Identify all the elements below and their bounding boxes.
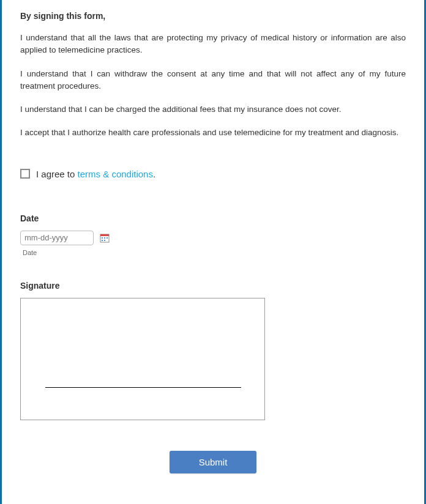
date-label: Date — [20, 213, 406, 223]
agree-checkbox[interactable] — [20, 169, 30, 179]
consent-paragraph: I understand that I can withdraw the con… — [20, 68, 406, 93]
agree-text: I agree to terms & conditions. — [36, 169, 155, 179]
svg-rect-1 — [100, 234, 109, 236]
date-row — [20, 231, 406, 245]
terms-link[interactable]: terms & conditions — [78, 169, 153, 179]
signature-line — [45, 387, 241, 388]
svg-rect-6 — [104, 240, 105, 241]
svg-rect-4 — [106, 237, 108, 239]
consent-paragraph: I accept that I authorize health care pr… — [20, 127, 406, 139]
svg-rect-3 — [104, 237, 105, 239]
date-input[interactable] — [20, 231, 94, 245]
section-heading: By signing this form, — [20, 11, 406, 21]
svg-rect-2 — [102, 237, 103, 239]
signature-pad[interactable] — [20, 298, 265, 420]
signature-field-block: Signature — [20, 281, 406, 420]
date-sublabel: Date — [23, 249, 406, 256]
agree-row: I agree to terms & conditions. — [20, 169, 406, 179]
submit-row: Submit — [20, 451, 406, 473]
signature-label: Signature — [20, 281, 406, 291]
svg-rect-5 — [102, 240, 103, 241]
submit-button[interactable]: Submit — [170, 451, 257, 473]
consent-paragraph: I understand that all the laws that are … — [20, 32, 406, 57]
consent-paragraph: I understand that I can be charged the a… — [20, 103, 406, 116]
date-field-block: Date Date — [20, 213, 406, 256]
agree-prefix: I agree to — [36, 169, 78, 179]
form-container: By signing this form, I understand that … — [0, 0, 426, 504]
calendar-icon[interactable] — [100, 233, 110, 243]
agree-suffix: . — [153, 169, 155, 179]
